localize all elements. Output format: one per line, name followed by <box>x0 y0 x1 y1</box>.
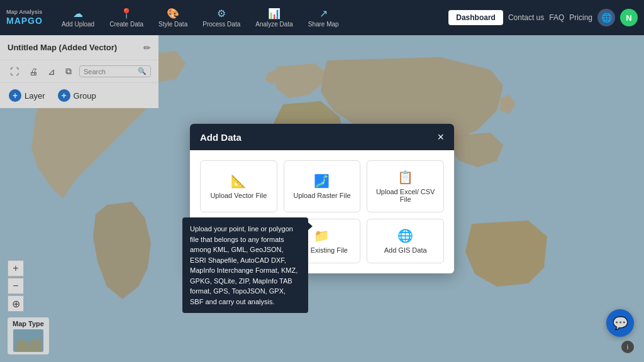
nav-tools: ☁Add Upload📍Create Data🎨Style Data⚙Proce… <box>55 5 448 30</box>
analyze-data-label: Analyze Data <box>255 21 292 28</box>
upload-vector-label: Upload Vector File <box>210 192 267 199</box>
upload-raster-icon: 🗾 <box>314 173 330 189</box>
modal-title: Add Data <box>200 132 242 143</box>
analyze-data-icon: 📊 <box>268 8 280 19</box>
nav-right: Dashboard Contact us FAQ Pricing 🌐 N <box>448 9 638 26</box>
pricing-link[interactable]: Pricing <box>569 13 592 22</box>
add-gis-label: Add GIS Data <box>384 246 427 254</box>
nav-tool-process-data[interactable]: ⚙Process Data <box>196 5 247 30</box>
process-data-icon: ⚙ <box>217 8 226 19</box>
modal-option-add-gis[interactable]: 🌐Add GIS Data <box>367 219 444 263</box>
upload-vector-icon: 📐 <box>231 173 247 189</box>
top-navigation: Map Analysis MAPGO ☁Add Upload📍Create Da… <box>0 0 644 35</box>
upload-excel-icon: 📋 <box>397 170 413 185</box>
upload-vector-tooltip: Upload your point, line or polygon file … <box>182 217 308 313</box>
brand-top-label: Map Analysis <box>6 9 42 16</box>
style-data-icon: 🎨 <box>167 8 179 19</box>
nav-tool-add-upload[interactable]: ☁Add Upload <box>55 5 101 30</box>
add-existing-icon: 📁 <box>314 228 330 243</box>
dashboard-button[interactable]: Dashboard <box>448 10 503 25</box>
share-map-icon: ↗ <box>319 8 328 19</box>
add-upload-label: Add Upload <box>62 21 94 28</box>
nav-tool-create-data[interactable]: 📍Create Data <box>103 5 150 30</box>
user-avatar[interactable]: N <box>620 9 638 26</box>
modal-option-upload-raster[interactable]: 🗾Upload Raster File <box>284 160 361 212</box>
modal-overlay: Add Data × 📐Upload Vector File🗾Upload Ra… <box>0 35 644 362</box>
upload-excel-label: Upload Excel/ CSV File <box>372 188 438 203</box>
modal-header: Add Data × <box>190 124 454 150</box>
create-data-icon: 📍 <box>120 8 133 19</box>
modal-option-upload-excel[interactable]: 📋Upload Excel/ CSV File <box>367 160 444 212</box>
process-data-label: Process Data <box>203 21 240 28</box>
nav-tool-share-map[interactable]: ↗Share Map <box>302 5 345 30</box>
share-map-label: Share Map <box>308 21 339 28</box>
nav-tool-style-data[interactable]: 🎨Style Data <box>152 5 194 30</box>
tooltip-text: Upload your point, line or polygon file … <box>190 225 297 305</box>
language-globe-icon[interactable]: 🌐 <box>597 9 615 26</box>
add-gis-icon: 🌐 <box>397 228 413 243</box>
upload-raster-label: Upload Raster File <box>293 192 350 199</box>
modal-option-upload-vector[interactable]: 📐Upload Vector File <box>200 160 277 212</box>
map-area: Untitled Map (Added Vector) ✏ ⛶ 🖨 ⊿ ⧉ Se… <box>0 35 644 362</box>
style-data-label: Style Data <box>158 21 187 28</box>
add-upload-icon: ☁ <box>73 8 83 19</box>
create-data-label: Create Data <box>109 21 143 28</box>
modal-close-button[interactable]: × <box>437 131 444 143</box>
brand-name: MAPGO <box>6 16 43 26</box>
nav-tool-analyze-data[interactable]: 📊Analyze Data <box>249 5 299 30</box>
contact-link[interactable]: Contact us <box>508 13 544 22</box>
faq-link[interactable]: FAQ <box>549 13 564 22</box>
brand-logo: Map Analysis MAPGO <box>6 9 43 26</box>
